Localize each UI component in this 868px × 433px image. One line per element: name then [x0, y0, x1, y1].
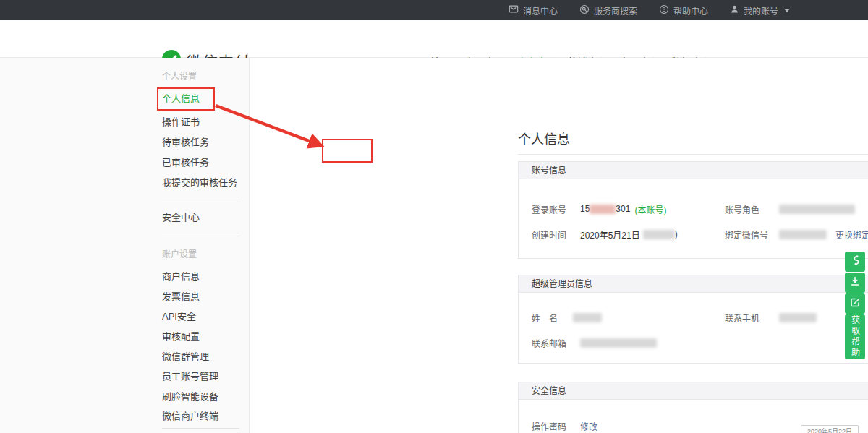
date-chip[interactable]: 2020年5月22日: [801, 425, 859, 433]
sidebar-item-wechat-group-management[interactable]: 微信群管理: [162, 349, 209, 363]
wechat-pay-merchant-page: 消息中心 服务商搜索 帮助中心 我的账号 微信支付 商户平台 首页 交: [0, 0, 868, 433]
change-binding-link[interactable]: 更换绑定: [835, 228, 868, 241]
bound-wechat-label: 绑定微信号: [725, 228, 768, 240]
help-center-label: 帮助中心: [673, 4, 708, 17]
message-center-label: 消息中心: [523, 4, 558, 17]
get-help-button[interactable]: 获取帮助: [845, 314, 865, 359]
sidebar-group-personal-settings: 个人设置: [162, 69, 197, 82]
service-provider-search-link[interactable]: 服务商搜索: [579, 4, 637, 17]
sidebar-item-pending-review-tasks[interactable]: 待审核任务: [162, 134, 209, 148]
help-icon: [659, 4, 669, 17]
sidebar-group-account-settings: 账户设置: [162, 247, 197, 260]
redacted-login-middle: [590, 205, 616, 214]
bound-wechat-value: 更换绑定: [779, 228, 868, 240]
redacted-role: [779, 205, 855, 214]
account-info-card-header: 账号信息: [519, 162, 868, 179]
account-role-value: [779, 203, 855, 215]
link-icon: [849, 254, 861, 269]
my-account-label: 我的账号: [744, 4, 778, 17]
mail-icon: [509, 4, 519, 16]
admin-email-label: 联系邮箱: [532, 337, 566, 348]
sidebar-item-reviewed-tasks[interactable]: 已审核任务: [162, 155, 209, 168]
float-feedback-button[interactable]: [845, 293, 865, 314]
sidebar-item-personal-info[interactable]: 个人信息: [162, 91, 200, 105]
sidebar-divider: [162, 428, 239, 429]
help-center-link[interactable]: 帮助中心: [659, 4, 708, 17]
user-icon: [730, 4, 739, 16]
super-admin-card-header: 超级管理员信息 修改: [519, 275, 868, 293]
created-time-value: 2020年5月21日): [580, 228, 678, 240]
sidebar-divider: [162, 197, 239, 197]
redacted-admin-email: [580, 338, 657, 348]
admin-name-value: [573, 312, 602, 323]
chevron-down-icon: [784, 9, 790, 12]
edit-icon: [849, 296, 861, 311]
redacted-admin-phone: [779, 313, 817, 322]
sidebar-item-staff-account-management[interactable]: 员工账号管理: [162, 369, 218, 382]
operation-password-label: 操作密码: [532, 420, 566, 432]
modify-password-link[interactable]: 修改: [580, 420, 597, 432]
admin-phone-value: [779, 312, 817, 323]
sidebar-item-api-security[interactable]: API安全: [162, 309, 196, 322]
float-link-button[interactable]: [845, 252, 865, 272]
sidebar-item-invoice-info[interactable]: 发票信息: [162, 289, 200, 303]
main-header: 微信支付 商户平台 首页 交易中心 账户中心 营销中心 产品中心 数据中心: [0, 20, 868, 58]
admin-name-label: 姓 名: [532, 312, 558, 323]
current-account-tag: (本账号): [634, 203, 666, 215]
account-info-card: 账号信息 登录账号 15301 (本账号) 账号角色 创建时间 2020年5月2…: [518, 161, 868, 259]
download-icon: [849, 275, 861, 290]
page-title: 个人信息: [518, 129, 570, 147]
super-admin-card: 超级管理员信息 修改 姓 名 联系手机 联系邮箱: [518, 275, 868, 364]
admin-phone-label: 联系手机: [725, 312, 760, 323]
login-account-label: 登录账号: [532, 203, 566, 215]
operation-password-value: 修改: [580, 420, 597, 432]
sidebar-item-wechat-merchant-terminal[interactable]: 微信商户终端: [162, 408, 218, 422]
account-role-label: 账号角色: [725, 203, 760, 215]
login-account-value: 15301 (本账号): [580, 203, 666, 215]
sidebar: 个人设置 个人信息 操作证书 待审核任务 已审核任务 我提交的审核任务 安全中心…: [0, 58, 250, 433]
search-icon: [579, 4, 590, 17]
my-account-menu[interactable]: 我的账号: [730, 4, 790, 17]
sidebar-item-security-center[interactable]: 安全中心: [162, 210, 200, 223]
title-divider: [518, 154, 868, 155]
float-download-button[interactable]: [845, 273, 865, 293]
service-provider-search-label: 服务商搜索: [594, 4, 637, 17]
sidebar-item-review-config[interactable]: 审核配置: [162, 329, 200, 343]
security-info-card-header: 安全信息: [519, 382, 868, 400]
sidebar-item-my-submitted-review-tasks[interactable]: 我提交的审核任务: [162, 175, 237, 189]
message-center-link[interactable]: 消息中心: [509, 4, 558, 17]
sidebar-divider: [162, 233, 239, 233]
sidebar-item-merchant-info[interactable]: 商户信息: [162, 269, 200, 283]
top-utility-bar: 消息中心 服务商搜索 帮助中心 我的账号: [0, 0, 868, 20]
main-content: 个人信息 账号信息 登录账号 15301 (本账号) 账号角色 创建时间 202…: [250, 58, 868, 433]
top-utility-items: 消息中心 服务商搜索 帮助中心 我的账号: [509, 0, 790, 20]
redacted-created-time: [643, 230, 675, 239]
redacted-admin-name: [573, 313, 602, 322]
admin-email-value: [580, 337, 657, 348]
sidebar-item-operation-certificate[interactable]: 操作证书: [162, 114, 200, 128]
created-time-label: 创建时间: [532, 228, 566, 240]
redacted-wechat-id: [779, 230, 827, 239]
sidebar-item-face-smart-device[interactable]: 刷脸智能设备: [162, 389, 218, 403]
